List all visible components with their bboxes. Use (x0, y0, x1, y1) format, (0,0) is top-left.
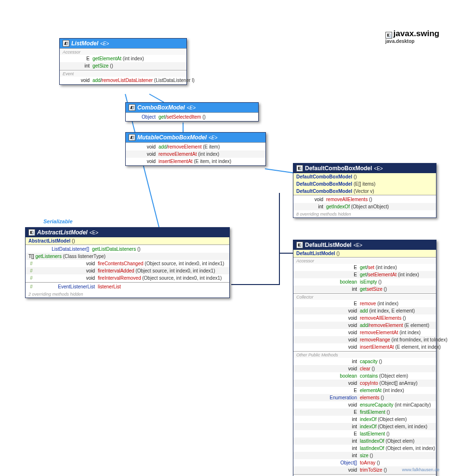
class-body: voidadd/removeElement (E item)voidremove… (126, 142, 265, 165)
method-row[interactable]: Eremove (int index) (293, 300, 436, 307)
constructor-row[interactable]: DefaultComboBoxModel (E[] items) (293, 180, 436, 188)
interface-icon: ◧ (129, 134, 135, 141)
method-row[interactable]: Eget/setElementAt (int index) (293, 271, 436, 278)
class-title[interactable]: DefaultListModel (305, 242, 352, 248)
method-row[interactable]: Object[]toArray () (293, 459, 436, 466)
class-icon: ◧ (296, 242, 303, 248)
method-row[interactable]: voidremoveElementAt (int index) (126, 150, 265, 158)
interface-icon: ◧ (129, 104, 135, 111)
method-row[interactable]: voidremoveElementAt (int index) (293, 329, 436, 336)
hidden-note: 2 overriding methods hidden (26, 291, 229, 298)
method-row[interactable]: voidinsertElementAt (E item, int index) (126, 158, 265, 165)
constructor-row[interactable]: AbstractListModel () (26, 237, 229, 245)
method-row[interactable]: EfirstElement () (293, 408, 436, 416)
method-row[interactable]: intgetSize () (60, 62, 186, 69)
package-label: ◧ javax.swing java.desktop (385, 29, 439, 44)
methods: voidremoveAllElements ()intgetIndexOf (O… (293, 195, 436, 211)
class-body: AccessorEgetElementAt (int index)intgetS… (60, 48, 186, 84)
method-row[interactable]: #voidfireIntervalAdded (Object source, i… (26, 267, 229, 274)
package-icon: ◧ (385, 32, 392, 39)
method-row[interactable]: voidadd (int index, E element) (293, 307, 436, 314)
class-title[interactable]: MutableComboBoxModel (137, 134, 207, 141)
methods: AccessorEget/set (int index)Eget/setElem… (293, 257, 436, 476)
method-row[interactable]: #voidfireIntervalRemoved (Object source,… (26, 274, 229, 282)
hidden-note: 8 overriding methods hidden (293, 211, 436, 218)
method-row[interactable]: intlastIndexOf (Object elem, int index) (293, 445, 436, 452)
method-row[interactable]: voidcopyInto (Object[] anArray) (293, 380, 436, 387)
class-title[interactable]: ListModel (71, 40, 98, 47)
method-row[interactable]: EelementAt (int index) (293, 387, 436, 394)
method-row[interactable]: voidensureCapacity (int minCapacity) (293, 401, 436, 408)
method-row[interactable]: booleancontains (Object elem) (293, 372, 436, 380)
type-params: <E> (374, 166, 383, 171)
method-row[interactable]: Eget/set (int index) (293, 264, 436, 271)
class-header: ◧ ListModel <E> (60, 39, 186, 48)
class-body: Objectget/setSelectedItem () (126, 112, 258, 121)
section-label: Other Public Methods (293, 352, 436, 358)
interface-icon: ◧ (63, 40, 69, 47)
class-abstractlistmodel[interactable]: ◧ AbstractListModel <E> AbstractListMode… (25, 227, 230, 298)
class-icon: ◧ (28, 229, 35, 236)
class-mutablecomboboxmodel[interactable]: ◧ MutableComboBoxModel <E> voidadd/remov… (125, 132, 266, 166)
class-icon: ◧ (296, 165, 303, 172)
class-header: ◧ MutableComboBoxModel <E> (126, 133, 265, 142)
class-title[interactable]: DefaultComboBoxModel (305, 165, 372, 172)
method-row[interactable]: voidadd/removeElement (E element) (293, 322, 436, 329)
package-title: javax.swing (394, 29, 439, 38)
method-row[interactable]: voidremoveRange (int fromIndex, int toIn… (293, 336, 436, 343)
section-label: Collector (293, 294, 436, 300)
method-row[interactable]: #EventListenerListlistenerList (26, 283, 229, 290)
package-module: java.desktop (385, 39, 439, 44)
method-row[interactable]: intindexOf (Object elem) (293, 416, 436, 423)
method-row[interactable]: intcapacity () (293, 358, 436, 365)
method-row[interactable]: Enumerationelements () (293, 394, 436, 401)
svg-line-1 (149, 94, 164, 102)
method-row[interactable]: Objectget/setSelectedItem () (126, 113, 258, 121)
class-header: ◧ DefaultListModel <E> (293, 240, 436, 250)
class-comboboxmodel[interactable]: ◧ ComboBoxModel <E> Objectget/setSelecte… (125, 102, 259, 122)
method-row[interactable]: voidadd/removeElement (E item) (126, 143, 265, 150)
constructors: DefaultListModel () (293, 250, 436, 257)
constructor-row[interactable]: DefaultListModel () (293, 250, 436, 257)
method-row[interactable]: EgetElementAt (int index) (60, 55, 186, 62)
method-row[interactable]: booleanisEmpty () (293, 278, 436, 286)
type-params: <E> (187, 105, 196, 110)
type-params: <E> (100, 41, 109, 46)
class-defaultcomboboxmodel[interactable]: ◧ DefaultComboBoxModel <E> DefaultComboB… (293, 163, 436, 218)
method-row[interactable]: voidremoveAllElements () (293, 314, 436, 322)
method-row[interactable]: intgetsetSize () (293, 286, 436, 293)
class-defaultlistmodel[interactable]: ◧ DefaultListModel <E> DefaultListModel … (293, 240, 436, 476)
method-row[interactable]: T[] getListeners (Class listenerType) (26, 253, 229, 260)
method-row[interactable]: voidremoveAllElements () (293, 196, 436, 203)
method-row[interactable]: voidadd/removeListDataListener (ListData… (60, 77, 186, 84)
section-label: Accessor (60, 49, 186, 55)
method-row[interactable]: voidinsertElementAt (E element, int inde… (293, 343, 436, 351)
section-label: Accessor (293, 258, 436, 264)
class-header: ◧ DefaultComboBoxModel <E> (293, 163, 436, 173)
method-row[interactable]: voidclear () (293, 365, 436, 372)
constructor-row[interactable]: DefaultComboBoxModel () (293, 173, 436, 180)
class-listmodel[interactable]: ◧ ListModel <E> AccessorEgetElementAt (i… (59, 38, 187, 85)
type-params: <E> (354, 243, 362, 248)
method-row[interactable]: intsize () (293, 452, 436, 459)
methods: ListDataListener[]getListDataListeners (… (26, 245, 229, 282)
footer-credit[interactable]: www.falkhausen.de (402, 467, 439, 472)
class-header: ◧ ComboBoxModel <E> (126, 103, 258, 112)
constructors: AbstractListModel () (26, 237, 229, 245)
fields: #EventListenerListlistenerList (26, 282, 229, 291)
class-header: ◧ AbstractListModel <E> (26, 228, 229, 237)
method-row[interactable]: ElastElement () (293, 430, 436, 437)
method-row[interactable]: #voidfireContentsChanged (Object source,… (26, 260, 229, 267)
method-row[interactable]: intindexOf (Object elem, int index) (293, 423, 436, 430)
type-params: <E> (209, 135, 217, 140)
serializable-label: Serializable (43, 218, 73, 224)
method-row[interactable]: intgetIndexOf (Object anObject) (293, 203, 436, 210)
class-title[interactable]: ComboBoxModel (137, 104, 185, 111)
constructors: DefaultComboBoxModel ()DefaultComboBoxMo… (293, 173, 436, 195)
method-row[interactable]: intlastIndexOf (Object elem) (293, 437, 436, 445)
section-label: Event (60, 71, 186, 77)
constructor-row[interactable]: DefaultComboBoxModel (Vector v) (293, 188, 436, 195)
type-params: <E> (90, 230, 98, 235)
method-row[interactable]: ListDataListener[]getListDataListeners (… (26, 245, 229, 253)
class-title[interactable]: AbstractListModel (37, 229, 88, 236)
